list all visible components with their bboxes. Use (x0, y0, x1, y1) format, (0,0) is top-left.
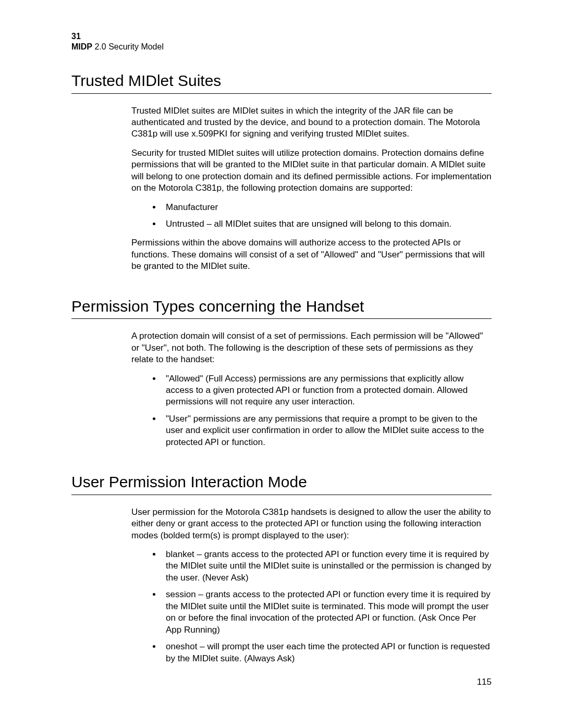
list-item: "Allowed" (Full Access) permissions are … (162, 373, 492, 408)
list-item: Manufacturer (162, 202, 492, 213)
list-item: Untrusted – all MIDlet suites that are u… (162, 218, 492, 230)
header-title-bold: MIDP (71, 42, 92, 51)
section-heading-user-permission-interaction: User Permission Interaction Mode (71, 473, 492, 491)
list-item: "User" permissions are any permissions t… (162, 413, 492, 448)
section-body: A protection domain will consist of a se… (131, 330, 492, 448)
paragraph: User permission for the Motorola C381p h… (131, 507, 492, 541)
section-heading-permission-types: Permission Types concerning the Handset (71, 298, 492, 316)
page-number: 115 (477, 677, 492, 687)
paragraph: Security for trusted MIDlet suites will … (131, 147, 492, 194)
header-title-rest: 2.0 Security Model (92, 42, 164, 51)
paragraph: A protection domain will consist of a se… (131, 330, 492, 365)
header-title: MIDP 2.0 Security Model (71, 42, 492, 52)
bullet-list: blanket – grants access to the protected… (131, 549, 492, 664)
section-rule (71, 93, 492, 94)
list-item: blanket – grants access to the protected… (162, 549, 492, 584)
section-heading-trusted-midlet-suites: Trusted MIDlet Suites (71, 72, 492, 90)
list-item: session – grants access to the protected… (162, 589, 492, 636)
section-body: User permission for the Motorola C381p h… (131, 507, 492, 664)
paragraph: Permissions within the above domains wil… (131, 237, 492, 272)
section-rule (71, 318, 492, 319)
list-item: oneshot – will prompt the user each time… (162, 641, 492, 664)
page: 31 MIDP 2.0 Security Model Trusted MIDle… (0, 0, 563, 728)
page-header: 31 MIDP 2.0 Security Model (71, 31, 492, 52)
section-body: Trusted MIDlet suites are MIDlet suites … (131, 105, 492, 273)
section-rule (71, 495, 492, 495)
paragraph: Trusted MIDlet suites are MIDlet suites … (131, 105, 492, 140)
bullet-list: Manufacturer Untrusted – all MIDlet suit… (131, 202, 492, 230)
bullet-list: "Allowed" (Full Access) permissions are … (131, 373, 492, 449)
chapter-number: 31 (71, 31, 492, 42)
